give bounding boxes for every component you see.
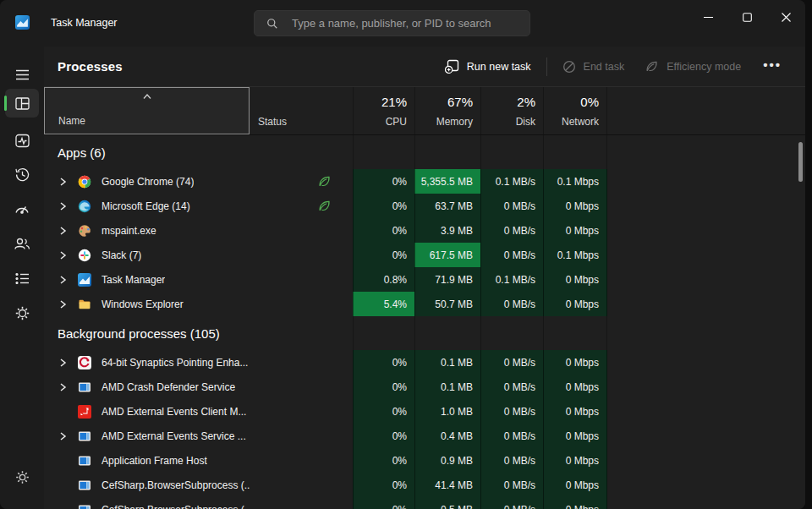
sidebar-item-performance[interactable] xyxy=(5,126,39,155)
network-cell: 0.1 Mbps xyxy=(543,169,607,194)
chevron-right-icon[interactable] xyxy=(58,201,68,211)
performance-icon xyxy=(14,133,30,149)
process-name-cell[interactable]: Google Chrome (74) xyxy=(44,169,250,194)
process-name: Task Manager xyxy=(102,274,165,286)
cpu-cell: 0.8% xyxy=(353,267,414,292)
sidebar-item-menu[interactable] xyxy=(5,60,39,89)
disk-total: 2% xyxy=(517,95,535,109)
process-name-cell[interactable]: 64-bit Synaptics Pointing Enha... xyxy=(44,350,250,375)
chevron-right-icon[interactable] xyxy=(58,299,68,309)
details-icon xyxy=(14,271,30,287)
process-name-cell[interactable]: AMD External Events Service ... xyxy=(44,424,250,448)
cpu-cell: 0% xyxy=(353,243,414,267)
process-row[interactable]: 64-bit Synaptics Pointing Enha...0%0.1 M… xyxy=(44,350,805,375)
window-app-icon xyxy=(78,430,91,443)
settings-icon xyxy=(14,469,30,485)
column-header-cpu[interactable]: 21% CPU xyxy=(353,87,414,134)
sidebar-item-settings[interactable] xyxy=(5,462,39,491)
cpu-cell: 0% xyxy=(353,497,414,509)
process-name-cell[interactable]: CefSharp.BrowserSubprocess (... xyxy=(44,473,250,497)
close-button[interactable] xyxy=(766,0,805,34)
memory-cell: 41.4 MB xyxy=(414,473,480,497)
process-row[interactable]: Task Manager0.8%71.9 MB0.1 MB/s0 Mbps xyxy=(44,267,805,292)
cpu-cell: 0% xyxy=(353,350,414,375)
memory-cell: 50.7 MB xyxy=(414,292,480,316)
process-row[interactable]: AMD Crash Defender Service0%0.1 MB0 MB/s… xyxy=(44,375,805,399)
process-name-cell[interactable]: Windows Explorer xyxy=(44,292,250,316)
status-cell xyxy=(250,350,353,375)
process-row[interactable]: Slack (7)0%617.5 MB0 MB/s0.1 Mbps xyxy=(44,243,805,267)
run-new-task-button[interactable]: Run new task xyxy=(435,53,541,79)
memory-cell: 0.9 MB xyxy=(414,448,480,473)
column-header-memory[interactable]: 67% Memory xyxy=(414,87,480,134)
process-name: AMD Crash Defender Service xyxy=(102,381,235,393)
amd-icon xyxy=(78,405,91,419)
column-header-name[interactable]: Name xyxy=(44,87,250,134)
chevron-right-icon[interactable] xyxy=(58,382,68,392)
sidebar-item-services[interactable] xyxy=(5,298,39,327)
users-icon xyxy=(14,236,30,252)
page-title: Processes xyxy=(58,59,123,74)
network-total: 0% xyxy=(580,95,599,109)
app-history-icon xyxy=(14,167,30,183)
section-header: Apps (6) xyxy=(44,135,805,169)
process-row[interactable]: mspaint.exe0%3.9 MB0 MB/s0 Mbps xyxy=(44,218,805,243)
leaf-icon xyxy=(317,174,332,189)
sidebar-item-users[interactable] xyxy=(5,229,39,258)
efficiency-mode-button[interactable]: Efficiency mode xyxy=(634,53,751,79)
status-cell xyxy=(250,267,353,292)
process-name: CefSharp.BrowserSubprocess (... xyxy=(102,479,250,491)
chevron-right-icon[interactable] xyxy=(58,358,68,368)
process-name: AMD External Events Service ... xyxy=(102,430,246,442)
memory-cell: 3.9 MB xyxy=(414,218,480,243)
chevron-right-icon[interactable] xyxy=(58,431,68,441)
process-name-cell[interactable]: mspaint.exe xyxy=(44,218,250,243)
process-row[interactable]: Windows Explorer5.4%50.7 MB0 MB/s0 Mbps xyxy=(44,292,805,316)
process-name-cell[interactable]: Task Manager xyxy=(44,267,250,292)
process-row[interactable]: AMD External Events Client M...0%1.0 MB0… xyxy=(44,399,805,424)
process-name-cell[interactable]: Slack (7) xyxy=(44,243,250,267)
process-row[interactable]: Microsoft Edge (14)0%63.7 MB0 MB/s0 Mbps xyxy=(44,194,805,218)
process-row[interactable]: AMD External Events Service ...0%0.4 MB0… xyxy=(44,424,805,448)
search-input[interactable] xyxy=(292,17,521,30)
sidebar-item-app-history[interactable] xyxy=(5,160,39,189)
table-header: Name Status 21% CPU 67% Memory 2% Disk xyxy=(44,87,805,135)
search-box[interactable] xyxy=(254,10,530,36)
process-row[interactable]: CefSharp.BrowserSubprocess (0%0.5 MB0 MB… xyxy=(44,497,805,509)
process-row[interactable]: Application Frame Host0%0.9 MB0 MB/s0 Mb… xyxy=(44,448,805,473)
process-name-cell[interactable]: AMD Crash Defender Service xyxy=(44,375,250,399)
more-options-button[interactable]: ••• xyxy=(751,52,793,80)
process-name-cell[interactable]: CefSharp.BrowserSubprocess ( xyxy=(44,497,250,509)
column-guides xyxy=(353,316,805,350)
chevron-right-icon[interactable] xyxy=(58,177,68,187)
network-cell: 0 Mbps xyxy=(543,292,607,316)
status-cell xyxy=(250,243,353,267)
titlebar: Task Manager xyxy=(0,0,805,47)
status-cell xyxy=(250,194,353,218)
process-row[interactable]: CefSharp.BrowserSubprocess (...0%41.4 MB… xyxy=(44,473,805,497)
process-row[interactable]: Google Chrome (74)0%5,355.5 MB0.1 MB/s0.… xyxy=(44,169,805,194)
cpu-cell: 0% xyxy=(353,194,414,218)
vertical-scrollbar[interactable] xyxy=(798,142,803,182)
end-task-button[interactable]: End task xyxy=(552,54,635,79)
column-header-network[interactable]: 0% Network xyxy=(543,87,607,134)
sidebar-item-startup-apps[interactable] xyxy=(5,194,39,223)
process-name: Microsoft Edge (14) xyxy=(102,200,190,212)
process-name-cell[interactable]: AMD External Events Client M... xyxy=(44,399,250,424)
menu-icon xyxy=(14,67,30,83)
minimize-button[interactable] xyxy=(689,0,727,34)
column-header-status[interactable]: Status xyxy=(250,87,353,134)
sidebar-item-processes[interactable] xyxy=(5,89,39,118)
chevron-right-icon[interactable] xyxy=(58,275,68,285)
process-name: Application Frame Host xyxy=(102,455,207,467)
column-header-disk[interactable]: 2% Disk xyxy=(480,87,543,134)
process-name-cell[interactable]: Microsoft Edge (14) xyxy=(44,194,250,218)
run-new-task-icon xyxy=(445,59,459,74)
maximize-button[interactable] xyxy=(727,0,766,34)
chevron-right-icon[interactable] xyxy=(58,250,68,260)
disk-cell: 0 MB/s xyxy=(480,194,543,218)
section-header: Background processes (105) xyxy=(44,316,805,350)
chevron-right-icon[interactable] xyxy=(58,226,68,236)
process-name-cell[interactable]: Application Frame Host xyxy=(44,448,250,473)
sidebar-item-details[interactable] xyxy=(5,264,39,293)
